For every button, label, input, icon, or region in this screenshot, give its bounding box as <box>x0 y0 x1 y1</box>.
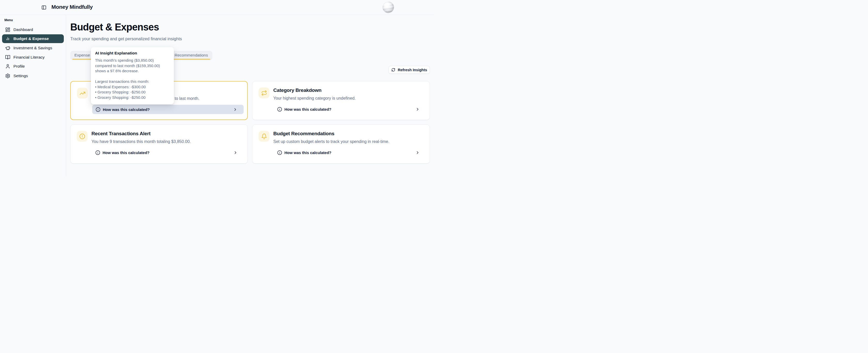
chevron-right-icon <box>415 107 420 111</box>
card-recent-transactions-alert: Recent Transactions Alert You have 9 tra… <box>70 125 248 164</box>
sidebar-item-label: Settings <box>13 74 28 78</box>
sidebar-item-label: Financial Literacy <box>13 55 45 60</box>
card-category-breakdown: Category Breakdown Your highest spending… <box>252 81 430 120</box>
card-budget-recommendations: Budget Recommendations Set up custom bud… <box>252 125 430 164</box>
sidebar-item-label: Profile <box>13 64 25 69</box>
ai-insight-popover: AI Insight Explanation This month's spen… <box>91 47 174 104</box>
sidebar-item-label: Dashboard <box>13 27 33 32</box>
book-open-icon <box>5 55 10 60</box>
how-calculated-row[interactable]: How was this calculated? <box>92 148 244 157</box>
info-icon <box>96 107 100 112</box>
sidebar-item-budget-expense[interactable]: Budget & Expense <box>2 34 64 43</box>
how-calculated-row[interactable]: How was this calculated? <box>274 148 426 157</box>
how-calculated-label: How was this calculated? <box>103 107 150 112</box>
card-description: Your highest spending category is undefi… <box>273 96 356 101</box>
sidebar-item-investment-savings[interactable]: Investment & Savings <box>2 44 64 52</box>
page-title: Budget & Expenses <box>70 22 159 33</box>
trending-up-icon <box>77 88 88 99</box>
how-calculated-label: How was this calculated? <box>102 150 150 155</box>
card-title: Recent Transactions Alert <box>91 131 151 137</box>
how-calculated-label: How was this calculated? <box>284 150 332 155</box>
refresh-insights-label: Refresh Insights <box>398 68 427 72</box>
app-title: Money Mindfully <box>52 4 93 10</box>
app-root: Money Mindfully Menu Dashboard Budget & … <box>0 0 434 176</box>
chevron-right-icon <box>233 150 238 155</box>
sidebar-item-settings[interactable]: Settings <box>2 71 64 80</box>
sidebar-item-label: Investment & Savings <box>13 46 52 50</box>
avatar[interactable] <box>382 2 394 13</box>
popover-body: This month's spending ($3,850.00) compar… <box>95 58 170 100</box>
sidebar-item-financial-literacy[interactable]: Financial Literacy <box>2 53 64 62</box>
repeat-icon <box>258 87 270 98</box>
sidebar-toggle-button[interactable] <box>41 5 46 10</box>
top-header: Money Mindfully <box>0 0 434 15</box>
piggy-bank-icon <box>5 45 10 50</box>
panel-left-icon <box>41 7 46 11</box>
chevron-right-icon <box>233 107 238 112</box>
popover-title: AI Insight Explanation <box>95 51 170 56</box>
bell-icon <box>258 131 270 142</box>
sidebar-item-profile[interactable]: Profile <box>2 62 64 71</box>
how-calculated-label: How was this calculated? <box>284 107 332 111</box>
info-icon <box>95 150 100 155</box>
card-description: You have 9 transactions this month total… <box>91 139 191 144</box>
alert-circle-icon <box>77 131 88 142</box>
page-subtitle: Track your spending and get personalized… <box>70 36 182 41</box>
sidebar-item-label: Budget & Expense <box>13 36 49 41</box>
info-icon <box>277 150 282 155</box>
how-calculated-row[interactable]: How was this calculated? <box>274 105 426 114</box>
sidebar-section-label: Menu <box>4 18 13 22</box>
card-title: Category Breakdown <box>273 87 321 93</box>
chevron-right-icon <box>415 150 420 155</box>
gear-icon <box>5 73 10 78</box>
info-icon <box>277 107 282 112</box>
user-icon <box>5 64 10 69</box>
how-calculated-row[interactable]: How was this calculated? <box>92 105 244 114</box>
card-description: Set up custom budget alerts to track you… <box>273 139 389 144</box>
refresh-icon <box>392 68 395 72</box>
card-title: Budget Recommendations <box>273 131 334 137</box>
bar-chart-icon <box>5 36 10 41</box>
sidebar: Menu Dashboard Budget & Expense Investme… <box>0 15 66 176</box>
refresh-insights-button[interactable]: Refresh Insights <box>389 66 430 74</box>
card-description-fragment: to last month. <box>175 96 199 101</box>
dashboard-grid-icon <box>5 27 10 32</box>
sidebar-item-dashboard[interactable]: Dashboard <box>2 25 64 34</box>
